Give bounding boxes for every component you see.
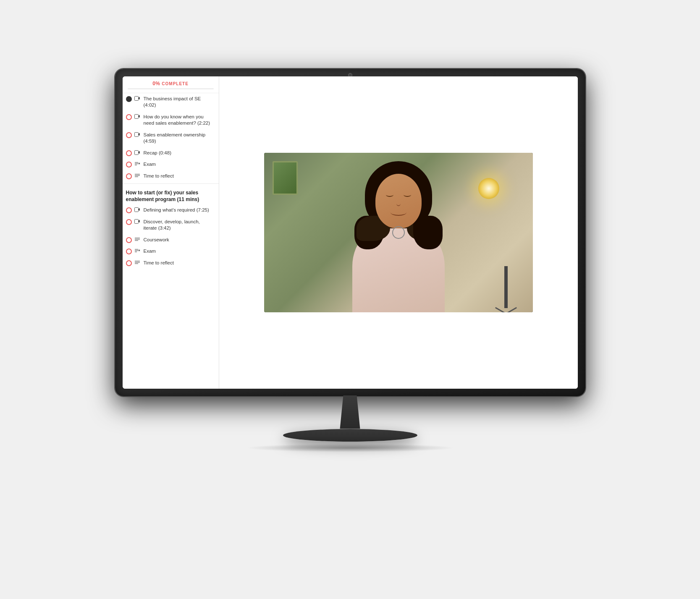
item-status-circle: [126, 248, 132, 254]
svg-rect-3: [134, 150, 138, 154]
video-icon: [134, 207, 141, 213]
video-background: [264, 153, 533, 312]
list-item[interactable]: The business impact of SE (4:02): [123, 93, 219, 111]
item-label: Exam: [144, 248, 156, 255]
monitor-stand-neck: [333, 395, 367, 429]
svg-rect-13: [134, 219, 138, 223]
list-item[interactable]: Recap (0:48): [123, 147, 219, 159]
item-label: Sales enablement ownership (4:59): [144, 132, 215, 145]
coursework-icon: [134, 237, 141, 243]
monitor-wrapper: 0% COMPLETE The: [98, 69, 602, 531]
exam-icon: [134, 248, 141, 254]
list-item[interactable]: Sales enablement ownership (4:59): [123, 129, 219, 147]
item-label: Exam: [144, 161, 156, 168]
monitor-bezel: 0% COMPLETE The: [115, 69, 585, 396]
monitor-screen: 0% COMPLETE The: [123, 76, 578, 389]
progress-label: COMPLETE: [162, 81, 189, 86]
background-tripod: [504, 266, 508, 308]
reflect-icon: [134, 260, 141, 266]
instructor-figure: [336, 157, 461, 312]
list-item[interactable]: Exam: [123, 246, 219, 257]
list-item[interactable]: Discover, develop, launch, iterate (3:42…: [123, 216, 219, 234]
main-content: [219, 76, 578, 389]
progress-display: 0% COMPLETE: [128, 81, 214, 86]
section-divider: [123, 183, 219, 184]
item-status-circle: [126, 162, 132, 167]
item-status-circle: [126, 173, 132, 179]
list-item[interactable]: Time to reflect: [123, 170, 219, 182]
person-necklace: [392, 226, 405, 239]
item-label: Defining what's required (7:25): [144, 207, 209, 214]
item-status-circle: [126, 237, 132, 243]
section-header: How to start (or fix) your sales enablem…: [123, 186, 219, 204]
item-status-circle: [126, 219, 132, 225]
list-item[interactable]: Defining what's required (7:25): [123, 204, 219, 216]
list-item[interactable]: Coursework: [123, 234, 219, 246]
exam-icon: [134, 162, 141, 167]
video-icon: [134, 132, 141, 138]
monitor-stand-shadow: [245, 444, 455, 452]
item-label: How do you know when you need sales enab…: [144, 114, 215, 127]
person-head: [375, 174, 422, 228]
list-item[interactable]: Time to reflect: [123, 257, 219, 269]
item-label: The business impact of SE (4:02): [144, 96, 215, 109]
background-light: [478, 178, 499, 199]
progress-track: [128, 88, 214, 89]
item-label: Recap (0:48): [144, 150, 171, 157]
svg-rect-12: [134, 208, 138, 212]
svg-rect-1: [134, 114, 138, 118]
sidebar: 0% COMPLETE The: [123, 76, 219, 389]
video-icon: [134, 150, 141, 156]
list-item[interactable]: Exam: [123, 159, 219, 170]
svg-rect-0: [134, 96, 138, 100]
item-label: Coursework: [144, 237, 169, 243]
item-status-circle: [126, 132, 132, 138]
item-label: Time to reflect: [144, 173, 174, 180]
item-label: Time to reflect: [144, 260, 174, 267]
video-player[interactable]: [264, 153, 533, 312]
video-icon: [134, 219, 141, 225]
svg-rect-2: [134, 132, 138, 136]
item-status-circle: [126, 96, 132, 102]
item-label: Discover, develop, launch, iterate (3:42…: [144, 219, 215, 232]
monitor-stand-base: [283, 429, 417, 442]
item-status-circle: [126, 260, 132, 266]
reflect-icon: [134, 173, 141, 179]
progress-percentage: 0%: [152, 81, 160, 86]
progress-container: 0% COMPLETE: [123, 76, 219, 93]
video-icon: [134, 96, 141, 102]
item-status-circle: [126, 150, 132, 156]
video-icon: [134, 114, 141, 120]
background-frame-decoration: [273, 161, 298, 195]
item-status-circle: [126, 114, 132, 120]
list-item[interactable]: How do you know when you need sales enab…: [123, 111, 219, 129]
item-status-circle: [126, 207, 132, 213]
